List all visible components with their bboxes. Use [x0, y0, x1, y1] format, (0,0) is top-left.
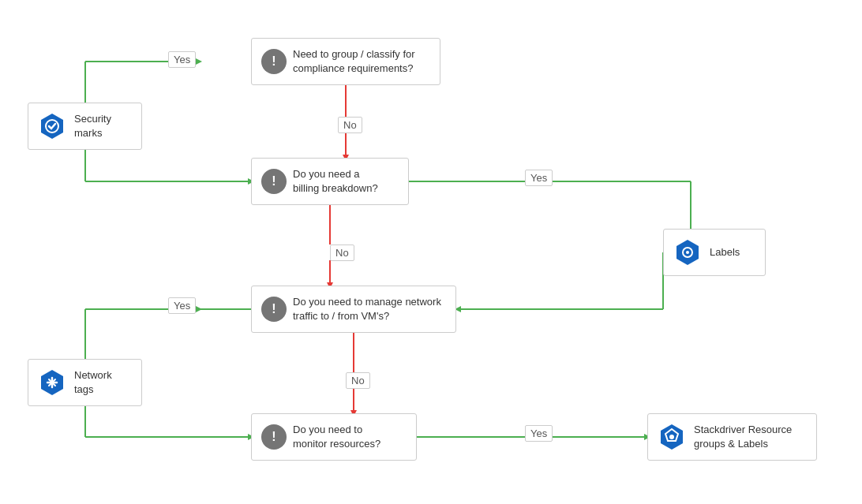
security-marks-icon [38, 112, 66, 140]
question-4: Do you need tomonitor resources? [251, 413, 417, 461]
svg-point-35 [686, 251, 689, 254]
labels-label: Labels [710, 245, 740, 259]
stackdriver-icon [658, 423, 686, 451]
yes-2-label: Yes [525, 170, 553, 186]
diagram-container: Need to group / classify for compliance … [0, 0, 862, 504]
security-marks-resource: Securitymarks [28, 103, 142, 150]
question-3: Do you need to manage networktraffic to … [251, 286, 456, 333]
question-2-text: Do you need abilling breakdown? [293, 167, 378, 196]
no-1-label: No [338, 117, 362, 133]
decision-icon-4 [261, 424, 287, 450]
svg-point-39 [669, 435, 674, 439]
network-tags-icon [38, 368, 66, 397]
yes-3-label: Yes [168, 297, 196, 314]
network-tags-label: Networktags [74, 368, 112, 397]
stackdriver-resource: Stackdriver Resourcegroups & Labels [647, 413, 817, 461]
svg-marker-2 [196, 58, 202, 65]
security-marks-label: Securitymarks [74, 112, 111, 140]
stackdriver-label: Stackdriver Resourcegroups & Labels [694, 423, 792, 451]
decision-icon-2 [261, 169, 287, 194]
decision-icon-1 [261, 49, 287, 74]
yes-4-label: Yes [525, 425, 553, 442]
question-3-text: Do you need to manage networktraffic to … [293, 295, 441, 323]
question-1: Need to group / classify for compliance … [251, 38, 440, 85]
question-4-text: Do you need tomonitor resources? [293, 423, 380, 451]
question-1-text: Need to group / classify for compliance … [293, 47, 430, 76]
decision-icon-3 [261, 297, 287, 322]
question-2: Do you need abilling breakdown? [251, 158, 409, 205]
network-tags-resource: Networktags [28, 359, 142, 406]
no-2-label: No [330, 245, 354, 261]
yes-1-label: Yes [168, 51, 196, 68]
no-3-label: No [346, 372, 370, 389]
labels-icon [673, 238, 702, 267]
svg-marker-20 [196, 306, 202, 312]
labels-resource: Labels [663, 229, 766, 276]
